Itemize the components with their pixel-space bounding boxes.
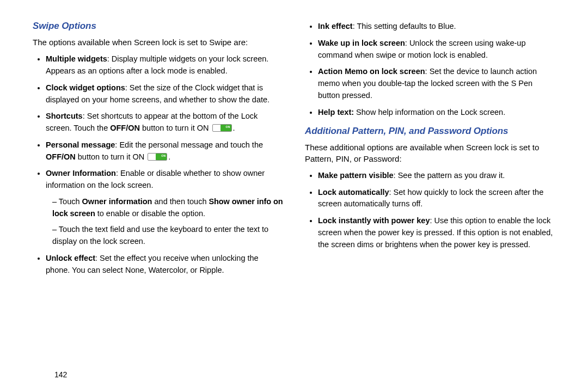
list-item: Owner Information: Enable or disable whe… (46, 168, 283, 248)
list-item: Personal message: Edit the personal mess… (46, 139, 283, 163)
list-item: Ink effect: This setting defaults to Blu… (318, 21, 555, 33)
sub-list: Touch Owner information and then touch S… (46, 196, 283, 248)
item-label: Action Memo on lock screen (318, 67, 425, 76)
toggle-on-icon: ON (212, 124, 232, 132)
right-column: Ink effect: This setting defaults to Blu… (294, 21, 566, 381)
off-on-label: OFF/ON (110, 124, 140, 132)
list-item: Clock widget options: Set the size of th… (46, 82, 283, 106)
list-item: Shortcuts: Set shortcuts to appear at th… (46, 111, 283, 134)
left-column: Swipe Options The options available when… (33, 21, 294, 381)
item-label: Help text: (318, 108, 354, 117)
item-text: Show help information on the Lock screen… (354, 108, 505, 117)
list-item: Help text: Show help information on the … (318, 107, 555, 119)
item-label: Make pattern visible (318, 171, 394, 180)
list-item: Action Memo on lock screen: Set the devi… (318, 66, 555, 101)
additional-options-list: Make pattern visible: See the pattern as… (305, 170, 555, 251)
page-number: 142 (54, 370, 67, 379)
intro-swipe: The options available when Screen lock i… (33, 37, 283, 48)
item-label: Personal message (46, 140, 115, 149)
toggle-on-icon: ON (148, 153, 167, 161)
item-text: button to turn it ON (140, 124, 211, 132)
list-item: Wake up in lock screen: Unlock the scree… (318, 38, 555, 62)
swipe-options-list: Multiple widgets: Display multiple widge… (33, 53, 283, 276)
manual-page: Swipe Options The options available when… (0, 0, 588, 392)
intro-additional: These additional options are available w… (305, 142, 555, 164)
sub-item: Touch the text field and use the keyboar… (52, 224, 283, 248)
item-text: . (233, 124, 235, 132)
item-label: Ink effect (318, 22, 353, 30)
item-label: Wake up in lock screen (318, 39, 405, 47)
item-text: button to turn it ON (76, 152, 147, 161)
item-label: Multiple widgets (46, 54, 107, 63)
item-label: Unlock effect (46, 254, 95, 262)
sub-item: Touch Owner information and then touch S… (52, 196, 283, 220)
sub-text: to enable or disable the option. (95, 209, 205, 218)
sub-bold: Owner information (82, 197, 152, 206)
off-on-label: OFF/ON (46, 152, 76, 161)
item-label: Lock automatically (318, 188, 389, 197)
sub-text: Touch the text field and use the keyboar… (52, 225, 268, 246)
heading-additional-options: Additional Pattern, PIN, and Password Op… (305, 126, 555, 137)
heading-swipe-options: Swipe Options (33, 21, 283, 32)
list-item: Lock instantly with power key: Use this … (318, 215, 555, 250)
item-text: : This setting defaults to Blue. (353, 22, 456, 30)
item-text: : See the pattern as you draw it. (394, 171, 505, 180)
continued-list: Ink effect: This setting defaults to Blu… (305, 21, 555, 118)
list-item: Make pattern visible: See the pattern as… (318, 170, 555, 182)
item-label: Clock widget options (46, 83, 125, 92)
list-item: Lock automatically: Set how quickly to l… (318, 187, 555, 211)
list-item: Unlock effect: Set the effect you receiv… (46, 253, 283, 277)
item-label: Lock instantly with power key (318, 216, 430, 225)
sub-text: Touch (59, 197, 82, 206)
list-item: Multiple widgets: Display multiple widge… (46, 53, 283, 77)
sub-text: and then touch (152, 197, 209, 206)
item-label: Owner Information (46, 169, 116, 177)
item-label: Shortcuts (46, 112, 83, 120)
item-text: . (168, 152, 170, 161)
item-text: : Edit the personal message and touch th… (115, 140, 263, 149)
